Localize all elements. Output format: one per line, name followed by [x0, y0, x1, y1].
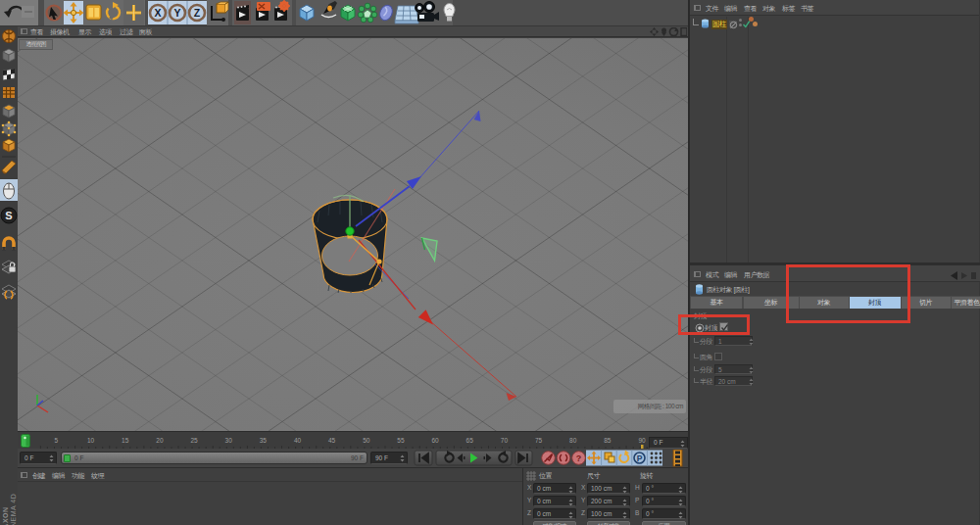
svg-text:S: S — [5, 210, 12, 221]
svg-text:90: 90 — [638, 437, 646, 444]
svg-text:45: 45 — [328, 437, 336, 444]
svg-text:20: 20 — [156, 437, 164, 444]
svg-text:Z: Z — [194, 7, 201, 19]
svg-text:80: 80 — [569, 437, 577, 444]
svg-text:85: 85 — [604, 437, 612, 444]
svg-text:5: 5 — [55, 437, 59, 444]
svg-text:65: 65 — [466, 437, 474, 444]
svg-text:?: ? — [576, 453, 582, 463]
svg-text:40: 40 — [294, 437, 302, 444]
svg-text:15: 15 — [122, 437, 129, 444]
svg-text:Y: Y — [173, 7, 180, 19]
svg-text:60: 60 — [431, 437, 439, 444]
svg-text:50: 50 — [363, 437, 370, 444]
svg-text:P: P — [637, 453, 643, 463]
svg-text:10: 10 — [87, 437, 95, 444]
svg-text:30: 30 — [225, 437, 233, 444]
svg-text:35: 35 — [260, 437, 268, 444]
svg-text:70: 70 — [501, 437, 509, 444]
svg-text:25: 25 — [190, 437, 198, 444]
svg-text:X: X — [154, 7, 161, 19]
svg-text:55: 55 — [397, 437, 405, 444]
svg-text:75: 75 — [535, 437, 543, 444]
